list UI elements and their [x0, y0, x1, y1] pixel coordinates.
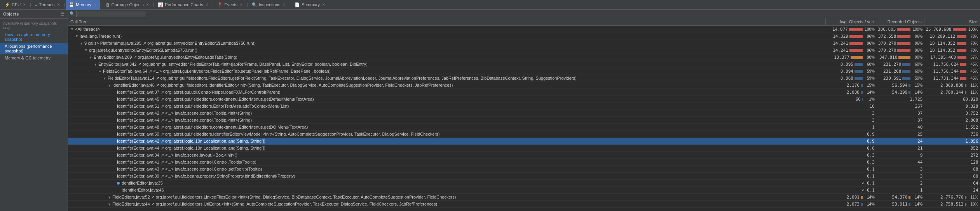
cell-value: 14,329 — [833, 34, 848, 39]
call-tree-cell: IdentifierEditor.java:46 — [68, 187, 826, 193]
cell-value: 0.3 — [867, 160, 875, 165]
num-bar-cell: 13,37790% — [826, 54, 876, 61]
tab-summary[interactable]: 📄 Summary ✕ — [291, 0, 328, 10]
num-bar-cell: 54,37014% — [876, 194, 924, 201]
table-row[interactable]: ▼<All threads>14,877100%386,805100%25,76… — [68, 26, 980, 33]
threads-icon: ≡ — [35, 2, 37, 7]
tab-threads-close[interactable]: ✕ — [57, 3, 60, 7]
table-row[interactable]: ▼java.lang.Thread.run()14,32996%372,5589… — [68, 33, 980, 40]
num-bar-cell: 386,805100% — [876, 26, 924, 33]
table-row[interactable]: IdentifierEditor.java:34 ↗ <...> javafx.… — [68, 152, 980, 159]
capture-link[interactable]: How to capture memory snapshot — [5, 32, 50, 42]
tab-inspections[interactable]: 🔍 Inspections ✕ — [249, 0, 289, 10]
call-tree-cell: IdentifierEditor.java:42 ↗ <...> javafx.… — [68, 110, 826, 117]
cell-value: 54,370 — [892, 195, 908, 200]
sidebar-menu-icon[interactable]: ☰ — [60, 11, 65, 17]
expand-icon[interactable]: ▼ — [108, 84, 112, 87]
col-size: Size — [924, 18, 980, 26]
num-bar-cell: 18,209,11270% — [924, 33, 980, 40]
tab-summary-close[interactable]: ✕ — [322, 3, 325, 7]
tab-garbage-close[interactable]: ✕ — [146, 3, 149, 7]
table-row[interactable]: ▼FieldEditors.java:52 ↗ org.jabref.gui.f… — [68, 194, 980, 201]
progress-bar — [909, 91, 910, 94]
search-input[interactable] — [76, 11, 146, 17]
tab-threads[interactable]: ≡ Threads ✕ — [32, 0, 63, 10]
progress-bar — [897, 49, 910, 52]
tab-cpu[interactable]: ⚡ CPU ✕ — [2, 0, 29, 10]
tab-memory-close[interactable]: ✕ — [94, 3, 97, 7]
tab-events[interactable]: 📍 Events ✕ — [214, 0, 246, 10]
cell-value: 24 — [917, 139, 922, 144]
table-row[interactable]: IdentifierEditor.java:45 ↗ org.jabref.gu… — [68, 96, 980, 103]
table-row[interactable]: ▼org.jabref.gui.entryeditor.EntryEditor$… — [68, 47, 980, 54]
table-row[interactable]: ▼EntryEditor.java:209 ↗ org.jabref.gui.e… — [68, 54, 980, 61]
expand-icon[interactable]: ▼ — [75, 34, 79, 38]
expand-icon[interactable]: ▼ — [108, 195, 112, 199]
sidebar-note: Available in memory snapshots only — [0, 20, 68, 31]
expand-icon[interactable]: ▼ — [108, 202, 112, 206]
expand-icon[interactable]: ▼ — [94, 63, 98, 66]
num-bar-cell: 14,877100% — [826, 26, 876, 33]
table-row[interactable]: IdentifierEditor.java:42 ↗ <...> javafx.… — [68, 110, 980, 117]
num-bar-cell: 40 — [876, 124, 924, 131]
progress-bar — [909, 84, 910, 87]
progress-bar — [861, 196, 863, 199]
main-layout: Objects ☰ Available in memory snapshots … — [0, 10, 980, 211]
expand-icon[interactable]: ▼ — [98, 70, 102, 73]
table-row[interactable]: IdentifierEditor.java:41 ↗ <...> javafx.… — [68, 159, 980, 166]
expand-icon[interactable]: ▼ — [103, 77, 107, 80]
progress-bar — [849, 35, 863, 38]
tab-perf-charts[interactable]: 📊 Performance Charts ✕ — [155, 0, 211, 10]
progress-bar — [897, 28, 910, 31]
num-bar-cell: 80 — [924, 173, 980, 180]
table-row[interactable]: ▼9 calls> PlatformImpl.java:295 ↗ org.ja… — [68, 40, 980, 47]
num-bar-cell: 370,27096% — [876, 40, 924, 47]
sidebar-header: Objects ☰ — [0, 10, 68, 19]
cell-value: 1,725 — [910, 97, 922, 102]
table-row[interactable]: IdentifierEditor.java:39 ↗ <...> javafx.… — [68, 173, 980, 180]
table-row[interactable]: IdentifierEditor.java:50 ↗ org.jabref.gu… — [68, 131, 980, 138]
cell-value: 17,395,400 — [930, 55, 956, 60]
cell-value: 0.8 — [867, 146, 875, 151]
table-row[interactable]: ▼FieldEditors.java:44 ↗ org.jabref.gui.f… — [68, 201, 980, 208]
cell-value: 2 — [920, 181, 923, 186]
pct-label: 100% — [968, 27, 978, 31]
table-row[interactable]: IdentifierEditor.java:51 ↗ org.jabref.gu… — [68, 103, 980, 110]
tab-inspections-label: Inspections — [259, 2, 281, 7]
table-row[interactable]: IdentifierEditor.java:44 ↗ org.jabref.lo… — [68, 145, 980, 152]
sidebar-item-memory-gc[interactable]: Memory & GC telemetry — [0, 54, 68, 61]
num-bar-cell: 230,59159% — [876, 75, 924, 82]
tab-inspections-close[interactable]: ✕ — [282, 3, 286, 7]
table-row[interactable]: IdentifierEditor.java:42 ↗ org.jabref.lo… — [68, 138, 980, 145]
table-row[interactable]: IdentifierEditor.java:44 ↗ <...> javafx.… — [68, 117, 980, 124]
expand-icon[interactable]: ▼ — [89, 56, 93, 59]
table-row[interactable]: ▼IdentifierEditor.java:48 ↗ org.jabref.g… — [68, 82, 980, 89]
table-row[interactable]: ▼FieldsEditorTab.java:114 ↗ org.jabref.g… — [68, 75, 980, 82]
num-bar-cell: 3 — [876, 173, 924, 180]
num-bar-cell: 2,08814% — [826, 89, 876, 96]
sidebar-item-allocations[interactable]: Allocations (performance snapshot) — [0, 43, 68, 54]
expand-icon[interactable]: ▼ — [84, 48, 88, 52]
expand-icon[interactable]: ▼ — [70, 27, 74, 31]
table-row[interactable]: IdentifierEditor.java:48 ↗ org.jabref.gu… — [68, 124, 980, 131]
num-bar-cell: 54,29914% — [876, 89, 924, 96]
tab-cpu-close[interactable]: ✕ — [23, 3, 26, 7]
expand-icon[interactable]: ▼ — [80, 42, 84, 45]
table-container[interactable]: Call Tree Avg. Objects / sec Recorded Ob… — [68, 18, 980, 211]
memory-icon: 💾 — [69, 2, 74, 7]
cell-value: 8,894 — [840, 69, 853, 74]
tab-events-close[interactable]: ✕ — [240, 3, 243, 7]
cell-value: 11,731,344 — [933, 76, 959, 81]
row-label: IdentifierEditor.java:51 ↗ org.jabref.gu… — [117, 104, 289, 109]
tab-garbage[interactable]: 🗑 Garbage Objects ✕ — [103, 0, 152, 10]
pct-label: 67% — [968, 55, 978, 59]
table-row[interactable]: IdentifierEditor.java:37 ↗ org.jabref.gu… — [68, 89, 980, 96]
table-row[interactable]: ▼EntryEditor.java:342 ↗ org.jabref.gui.e… — [68, 61, 980, 68]
sidebar-item-capture-link[interactable]: How to capture memory snapshot — [0, 31, 68, 43]
table-row[interactable]: IdentifierEditor.java:43 ↗ <...> javafx.… — [68, 166, 980, 173]
table-row[interactable]: IdentifierEditor.java:35< 0.1264 — [68, 180, 980, 187]
table-row[interactable]: IdentifierEditor.java:46< 0.1124 — [68, 187, 980, 194]
tab-memory[interactable]: 💾 Memory ✕ — [66, 0, 100, 10]
table-row[interactable]: ▼FieldsEditorTab.java:64 ↗ <...> org.jab… — [68, 68, 980, 75]
tab-perf-charts-close[interactable]: ✕ — [206, 3, 209, 7]
